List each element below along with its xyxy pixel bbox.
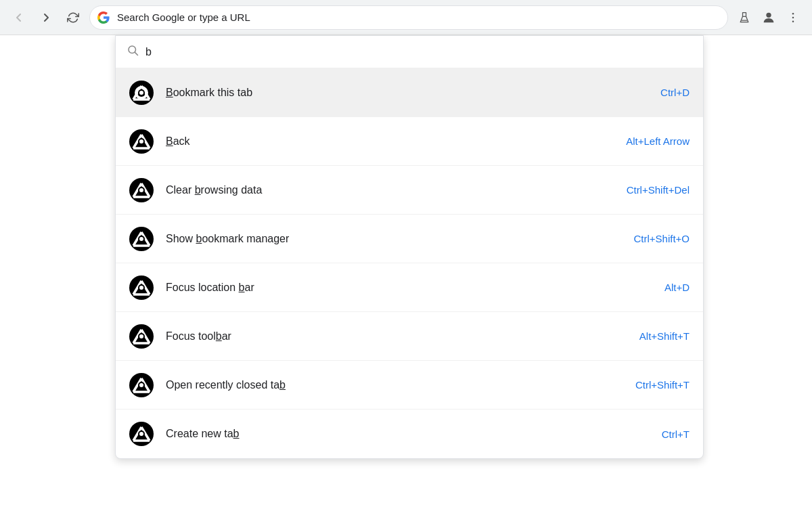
svg-point-0: [766, 12, 771, 17]
search-input-row: b: [116, 36, 703, 68]
browser-toolbar: [0, 0, 812, 35]
result-shortcut-bookmark-tab: Ctrl+D: [660, 87, 690, 98]
search-popup: b Bookmark this tab Ctrl+: [115, 35, 704, 459]
result-item-recently-closed[interactable]: Open recently closed tab Ctrl+Shift+T: [116, 361, 703, 410]
svg-point-1: [792, 12, 794, 14]
result-shortcut-new-tab: Ctrl+T: [662, 428, 690, 440]
result-label-clear-browsing: Clear browsing data: [166, 184, 627, 196]
menu-button[interactable]: [782, 7, 804, 28]
result-shortcut-focus-toolbar: Alt+Shift+T: [639, 330, 690, 342]
chrome-icon-back: [129, 129, 154, 154]
result-label-bookmark-manager: Show bookmark manager: [166, 233, 633, 245]
profile-icon: [761, 10, 776, 25]
result-shortcut-recently-closed: Ctrl+Shift+T: [635, 379, 690, 391]
labs-icon: [738, 11, 751, 24]
result-item-new-tab[interactable]: Create new tab Ctrl+T: [116, 410, 703, 458]
back-button[interactable]: [8, 7, 30, 28]
profile-button[interactable]: [758, 7, 780, 28]
result-label-new-tab: Create new tab: [166, 428, 662, 440]
result-label-focus-location: Focus location bar: [166, 282, 664, 294]
svg-line-5: [135, 52, 137, 55]
svg-point-3: [792, 20, 794, 22]
chrome-icon-focus-tb: [129, 324, 154, 349]
svg-point-2: [792, 16, 794, 18]
address-input[interactable]: [89, 5, 728, 30]
result-label-back: Back: [166, 135, 626, 148]
chrome-icon-focus-loc: [129, 275, 154, 300]
svg-point-31: [139, 237, 143, 241]
menu-icon: [786, 11, 800, 24]
result-item-focus-location[interactable]: Focus location bar Alt+D: [116, 263, 703, 312]
svg-point-37: [139, 286, 143, 290]
result-shortcut-focus-location: Alt+D: [664, 282, 690, 293]
search-icon: [127, 44, 139, 60]
svg-point-43: [139, 334, 143, 338]
labs-button[interactable]: [734, 7, 755, 28]
chrome-icon-recent: [129, 373, 154, 397]
results-list: Bookmark this tab Ctrl+D Back Alt+Left A…: [116, 68, 703, 458]
result-item-clear-browsing[interactable]: Clear browsing data Ctrl+Shift+Del: [116, 166, 703, 215]
chrome-icon-new-tab: [129, 422, 154, 446]
result-item-back[interactable]: Back Alt+Left Arrow: [116, 117, 703, 166]
svg-point-25: [139, 188, 143, 192]
result-item-focus-toolbar[interactable]: Focus toolbar Alt+Shift+T: [116, 312, 703, 361]
toolbar-icons: [734, 7, 804, 28]
svg-point-19: [139, 139, 143, 144]
address-bar-container: [89, 5, 728, 30]
forward-button[interactable]: [35, 7, 57, 28]
chrome-icon-clear: [129, 178, 154, 202]
result-label-recently-closed: Open recently closed tab: [166, 379, 635, 391]
svg-point-55: [139, 432, 143, 436]
result-item-bookmark-tab[interactable]: Bookmark this tab Ctrl+D: [116, 68, 703, 117]
refresh-button[interactable]: [62, 7, 84, 28]
svg-point-13: [139, 91, 143, 95]
chrome-icon: [129, 81, 154, 105]
result-label-bookmark-tab: Bookmark this tab: [166, 87, 660, 99]
result-item-bookmark-manager[interactable]: Show bookmark manager Ctrl+Shift+O: [116, 215, 703, 263]
result-label-focus-toolbar: Focus toolbar: [166, 330, 639, 343]
result-shortcut-bookmark-manager: Ctrl+Shift+O: [633, 233, 690, 244]
chrome-icon-bm: [129, 227, 154, 251]
svg-point-49: [139, 383, 143, 387]
search-query: b: [145, 46, 692, 58]
result-shortcut-clear-browsing: Ctrl+Shift+Del: [627, 184, 690, 196]
result-shortcut-back: Alt+Left Arrow: [626, 135, 690, 147]
